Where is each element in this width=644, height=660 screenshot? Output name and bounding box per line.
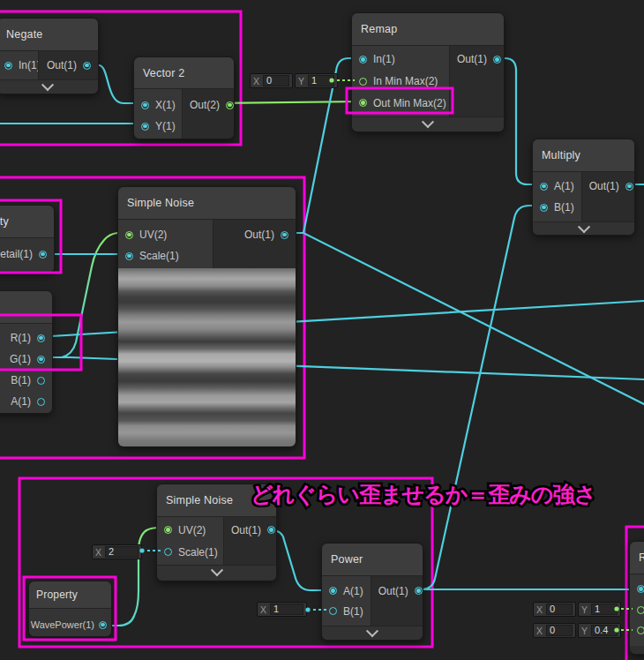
- input-port-in[interactable]: [637, 585, 644, 593]
- node-collapse-strip[interactable]: [533, 221, 634, 236]
- port-row-out: Out(1): [582, 176, 635, 197]
- input-port-b[interactable]: [540, 204, 548, 212]
- output-port-out[interactable]: [83, 62, 91, 70]
- node-collapse-strip[interactable]: [0, 79, 98, 94]
- input-port-in[interactable]: [359, 56, 367, 64]
- node-multiply[interactable]: Multiply A(1) B(1) Out(1): [532, 139, 635, 236]
- node-collapse-strip[interactable]: [352, 116, 504, 131]
- y-field-value[interactable]: 1: [308, 75, 334, 86]
- y-field[interactable]: Y 1: [578, 602, 621, 617]
- output-port-out[interactable]: [281, 231, 288, 239]
- node-power[interactable]: Power A(1) B(1) Out(1): [321, 543, 423, 641]
- input-port-out-min-max[interactable]: [637, 626, 644, 634]
- wire-vector2-to-remap-outminmax[interactable]: [221, 101, 363, 103]
- wire-split-g-to-noisebig-uv[interactable]: [62, 233, 117, 357]
- output-port-a[interactable]: [37, 398, 45, 406]
- input-port-scale[interactable]: [125, 252, 133, 260]
- x-field[interactable]: X 1: [257, 602, 307, 617]
- port-label: Y(1): [155, 120, 176, 132]
- x-field[interactable]: X 0: [533, 602, 576, 617]
- output-port-out[interactable]: [267, 526, 275, 534]
- input-port-a[interactable]: [540, 183, 548, 191]
- port-row-inminmax: In Min Max(2): [352, 71, 449, 93]
- input-port-b[interactable]: [329, 607, 337, 615]
- node-property-wavedetail[interactable]: Property WaveDetail(1): [0, 205, 55, 274]
- widget-noise-scale-value: X 2: [92, 544, 142, 559]
- port-label: X(1): [155, 99, 176, 111]
- port-label: B(1): [554, 201, 574, 214]
- x-field-value[interactable]: 0: [546, 625, 573, 636]
- port-label: Out(1): [231, 524, 261, 536]
- wire-noisebig-out-diagonal[interactable]: [288, 233, 644, 404]
- y-field-value[interactable]: 0.4: [591, 625, 618, 636]
- x-field-value[interactable]: 0: [263, 75, 289, 86]
- port-row-uv: UV(2): [157, 519, 223, 541]
- input-port-in-min-max[interactable]: [359, 78, 367, 86]
- node-collapse-strip[interactable]: [322, 626, 423, 641]
- node-title: Simple Noise: [118, 187, 296, 220]
- shader-graph-canvas[interactable]: Negate In(1) Out(1) Vector 2: [0, 0, 644, 660]
- x-field[interactable]: X 0: [250, 73, 293, 88]
- node-title: Property: [0, 206, 54, 238]
- x-field[interactable]: X 0: [533, 623, 576, 638]
- x-field-value[interactable]: 0: [546, 604, 573, 615]
- node-remap-bottom-right[interactable]: Remap In(1): [629, 541, 644, 655]
- port-row-b: B(1): [0, 370, 52, 391]
- port-label: Scale(1): [139, 250, 179, 262]
- output-port-b[interactable]: [37, 377, 45, 385]
- node-property-wavepower[interactable]: Property WavePower(1): [28, 581, 112, 637]
- output-port-r[interactable]: [37, 334, 45, 342]
- node-split-partial[interactable]: R(1) G(1) B(1) A(1): [0, 290, 53, 414]
- x-field-value[interactable]: 2: [105, 546, 139, 558]
- x-field-value[interactable]: 1: [270, 604, 303, 615]
- output-port-wavepower[interactable]: [99, 621, 107, 629]
- y-field-label: Y: [581, 626, 588, 636]
- x-field-label: X: [536, 626, 543, 636]
- input-port-scale[interactable]: [164, 548, 172, 556]
- widget-power-b-value: X 1: [257, 602, 307, 617]
- input-port-y[interactable]: [141, 123, 149, 131]
- node-vector2[interactable]: Vector 2 X(1) Y(1) Out(2): [133, 56, 235, 139]
- y-field-value[interactable]: 1: [591, 604, 618, 615]
- input-port-uv[interactable]: [125, 231, 133, 239]
- input-port-out-min-max[interactable]: [359, 99, 367, 107]
- output-port-out[interactable]: [415, 587, 423, 595]
- port-label: WaveDetail(1): [0, 248, 33, 260]
- node-simple-noise-large[interactable]: Simple Noise UV(2) Scale(1) Out(1): [117, 186, 296, 447]
- y-field[interactable]: Y 1: [295, 73, 338, 88]
- chevron-down-icon: [366, 625, 378, 637]
- output-port-out[interactable]: [226, 101, 234, 109]
- port-label: B(1): [11, 374, 31, 386]
- node-collapse-strip[interactable]: [157, 565, 276, 580]
- port-row-b: B(1): [533, 197, 581, 218]
- port-label: Out(1): [47, 59, 77, 71]
- port-label: A(1): [554, 180, 574, 192]
- node-negate[interactable]: Negate In(1) Out(1): [0, 18, 99, 94]
- widget-remap-inminmax-value: X 0 Y 1: [250, 73, 338, 88]
- port-row-y: Y(1): [134, 116, 182, 137]
- port-label: Out(1): [457, 53, 487, 65]
- node-remap[interactable]: Remap In(1) In Min Max(2) Out Min Max(2): [351, 12, 505, 132]
- x-field-label: X: [95, 547, 101, 558]
- input-port-a[interactable]: [329, 587, 337, 595]
- input-port-in-min-max[interactable]: [637, 606, 644, 614]
- port-label: In Min Max(2): [373, 75, 438, 87]
- node-title: Power: [322, 544, 423, 576]
- port-label: Out(1): [378, 585, 408, 597]
- y-field[interactable]: Y 0.4: [578, 623, 621, 638]
- node-title: Remap: [352, 13, 504, 46]
- input-port-uv[interactable]: [164, 526, 172, 534]
- output-port-out[interactable]: [625, 183, 633, 191]
- output-port-out[interactable]: [493, 56, 501, 64]
- output-port-g[interactable]: [37, 356, 45, 364]
- x-field[interactable]: X 2: [92, 544, 142, 559]
- port-row-x: X(1): [134, 94, 182, 116]
- input-port-x[interactable]: [141, 101, 149, 109]
- output-port-detail[interactable]: [39, 251, 47, 259]
- node-title: Multiply: [533, 139, 634, 172]
- wire-power-to-multiply-b[interactable]: [411, 206, 543, 589]
- port-label: Out(2): [190, 99, 220, 111]
- input-port-in[interactable]: [4, 62, 12, 70]
- x-field-label: X: [260, 604, 266, 615]
- port-label: Out(1): [589, 180, 619, 192]
